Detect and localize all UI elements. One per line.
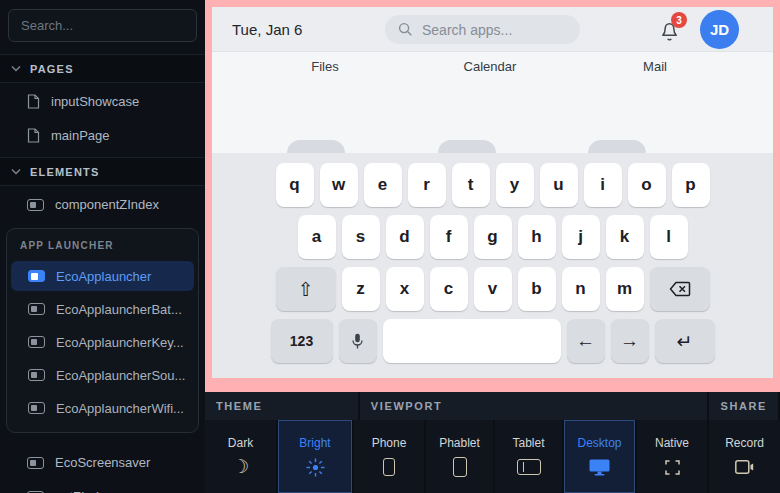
app-icon-partial[interactable] [438, 140, 496, 154]
microphone-icon [352, 333, 363, 350]
document-icon [27, 94, 40, 109]
sidebar-item-ecoapplauncher[interactable]: EcoApplauncher [11, 261, 194, 291]
viewport-phone-button[interactable]: Phone [354, 420, 426, 493]
key-x[interactable]: x [386, 267, 424, 311]
key-o[interactable]: o [628, 163, 666, 207]
key-w[interactable]: w [320, 163, 358, 207]
key-l[interactable]: l [650, 215, 688, 259]
record-camera-icon [735, 457, 754, 477]
sidebar-item-mainpage[interactable]: mainPage [0, 120, 205, 151]
button-label: Tablet [512, 436, 544, 450]
key-p[interactable]: p [672, 163, 710, 207]
theme-dark-button[interactable]: Dark ☽ [205, 420, 278, 493]
shift-key[interactable]: ⇧ [276, 267, 336, 311]
key-z[interactable]: z [342, 267, 380, 311]
component-icon [28, 270, 45, 282]
section-header-elements[interactable]: ELEMENTS [0, 157, 205, 186]
app-launcher-group: APP LAUNCHER EcoApplauncher EcoApplaunch… [6, 228, 199, 433]
key-b[interactable]: b [518, 267, 556, 311]
viewport-phablet-button[interactable]: Phablet [426, 420, 495, 493]
viewport-tablet-button[interactable]: Tablet [495, 420, 564, 493]
key-e[interactable]: e [364, 163, 402, 207]
arrow-left-key[interactable]: ← [567, 319, 605, 363]
app-label-mail: Mail [643, 59, 667, 74]
key-d[interactable]: d [386, 215, 424, 259]
arrow-right-key[interactable]: → [611, 319, 649, 363]
key-u[interactable]: u [540, 163, 578, 207]
key-n[interactable]: n [562, 267, 600, 311]
key-y[interactable]: y [496, 163, 534, 207]
app-grid: Files Calendar Mail q w e r t y u i [212, 52, 773, 378]
share-record-button[interactable]: Record [709, 420, 780, 493]
button-label: Phablet [439, 436, 480, 450]
section-label: ELEMENTS [30, 166, 100, 178]
sidebar-item-label: EcoApplauncherWifi... [56, 401, 184, 416]
mic-key[interactable] [339, 319, 377, 363]
notifications-button[interactable]: 3 [658, 18, 684, 44]
native-fullscreen-icon [665, 457, 680, 477]
keyboard-row-2: a s d f g h j k l [298, 215, 688, 259]
backspace-key[interactable] [650, 267, 710, 311]
key-s[interactable]: s [342, 215, 380, 259]
sidebar-search-input[interactable] [19, 17, 186, 34]
key-k[interactable]: k [606, 215, 644, 259]
keyboard-row-3: ⇧ z x c v b n m [276, 267, 710, 311]
keyboard-row-1: q w e r t y u i o p [276, 163, 710, 207]
button-label: Native [655, 436, 689, 450]
sidebar-item-label: componentZIndex [55, 197, 159, 212]
app-icon-partial[interactable] [287, 140, 345, 154]
component-icon [27, 199, 44, 211]
key-h[interactable]: h [518, 215, 556, 259]
date-label: Tue, Jan 6 [232, 21, 302, 38]
key-t[interactable]: t [452, 163, 490, 207]
sidebar-item-label: EcoScreensaver [55, 455, 150, 470]
sidebar-item-ecoscreensaver[interactable]: EcoScreensaver [0, 447, 205, 478]
arrow-right-icon: → [620, 330, 639, 352]
mode-key[interactable]: 123 [271, 319, 333, 363]
enter-key[interactable]: ↵ [655, 319, 715, 363]
button-label: Desktop [577, 436, 621, 450]
sidebar-item-componentzindex[interactable]: componentZIndex [0, 189, 205, 220]
preview-frame: Tue, Jan 6 Search apps... 3 JD Files Cal… [205, 0, 780, 392]
chevron-down-icon [11, 168, 21, 175]
sidebar-item-label: EcoApplauncherBat... [56, 302, 182, 317]
button-label: Dark [228, 436, 253, 450]
space-key[interactable] [383, 319, 561, 363]
enter-icon: ↵ [677, 330, 693, 353]
sidebar-item-ecoapplaunchersou[interactable]: EcoApplauncherSou... [11, 360, 194, 390]
theme-section-header: THEME [205, 392, 360, 420]
search-icon [398, 22, 413, 37]
key-a[interactable]: a [298, 215, 336, 259]
sidebar-item-inputshowcase[interactable]: inputShowcase [0, 86, 205, 117]
sidebar-item-label: mainPage [51, 128, 110, 143]
app-label-files: Files [311, 59, 338, 74]
key-i[interactable]: i [584, 163, 622, 207]
viewport-desktop-button[interactable]: Desktop [564, 420, 637, 493]
key-g[interactable]: g [474, 215, 512, 259]
sidebar: PAGES inputShowcase mainPage ELEMENTS co… [0, 0, 205, 493]
app-icon-partial[interactable] [588, 140, 646, 154]
sidebar-item-ecoapplauncherbat[interactable]: EcoApplauncherBat... [11, 294, 194, 324]
key-m[interactable]: m [606, 267, 644, 311]
theme-bright-button[interactable]: Bright [278, 420, 354, 493]
key-f[interactable]: f [430, 215, 468, 259]
key-q[interactable]: q [276, 163, 314, 207]
preview-topbar: Tue, Jan 6 Search apps... 3 JD [212, 7, 773, 52]
key-r[interactable]: r [408, 163, 446, 207]
key-v[interactable]: v [474, 267, 512, 311]
key-c[interactable]: c [430, 267, 468, 311]
app-search-field[interactable]: Search apps... [385, 15, 580, 44]
moon-icon: ☽ [232, 457, 249, 477]
group-label: APP LAUNCHER [11, 231, 194, 258]
sidebar-item-ecoapplauncherwifi[interactable]: EcoApplauncherWifi... [11, 393, 194, 423]
sidebar-item-getzindex[interactable]: getZIndex [0, 481, 205, 493]
section-header-pages[interactable]: PAGES [0, 54, 205, 83]
component-icon [28, 303, 45, 315]
sidebar-item-ecoapplauncherkey[interactable]: EcoApplauncherKey... [11, 327, 194, 357]
component-icon [27, 457, 44, 469]
avatar[interactable]: JD [700, 10, 739, 49]
viewport-native-button[interactable]: Native [637, 420, 709, 493]
sidebar-search[interactable] [8, 9, 197, 42]
key-j[interactable]: j [562, 215, 600, 259]
section-label: PAGES [30, 63, 74, 75]
